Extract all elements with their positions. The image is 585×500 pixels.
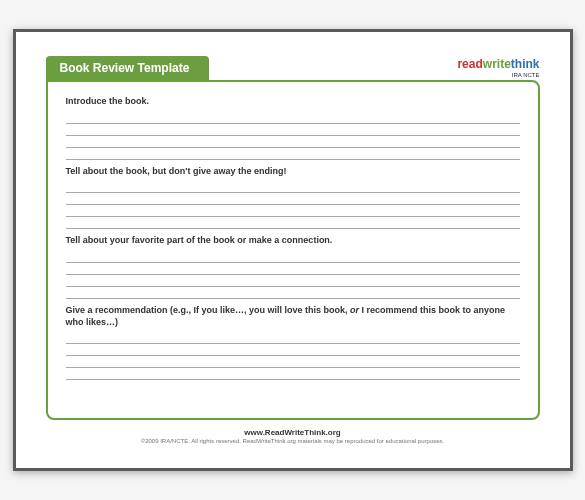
lines-favorite[interactable] [66, 251, 520, 299]
section-tell-about: Tell about the book, but don't give away… [66, 166, 520, 230]
page-title: Book Review Template [60, 61, 190, 75]
prompt-favorite: Tell about your favorite part of the boo… [66, 235, 520, 247]
lines-recommend[interactable] [66, 332, 520, 380]
footer-url: www.ReadWriteThink.org [46, 428, 540, 437]
content-box: Introduce the book. Tell about the book,… [46, 80, 540, 420]
page-title-tab: Book Review Template [46, 56, 210, 80]
logo-read: read [457, 57, 482, 71]
section-recommend: Give a recommendation (e.g., If you like… [66, 305, 520, 380]
section-favorite: Tell about your favorite part of the boo… [66, 235, 520, 299]
document-frame: Book Review Template readwritethink IRA … [13, 29, 573, 471]
footer: www.ReadWriteThink.org ©2009 IRA/NCTE. A… [46, 428, 540, 444]
brand-logo: readwritethink IRA NCTE [457, 58, 539, 78]
logo-subtext: IRA NCTE [457, 72, 539, 78]
header-row: Book Review Template readwritethink IRA … [46, 56, 540, 80]
prompt-recommend-pre: Give a recommendation (e.g., If you like… [66, 305, 351, 315]
prompt-recommend: Give a recommendation (e.g., If you like… [66, 305, 520, 328]
section-introduce: Introduce the book. [66, 96, 520, 160]
page: Book Review Template readwritethink IRA … [16, 32, 570, 468]
logo-write: write [483, 57, 511, 71]
lines-tell-about[interactable] [66, 181, 520, 229]
prompt-introduce: Introduce the book. [66, 96, 520, 108]
lines-introduce[interactable] [66, 112, 520, 160]
prompt-recommend-italic: or [350, 305, 359, 315]
footer-copyright: ©2009 IRA/NCTE. All rights reserved. Rea… [46, 438, 540, 444]
logo-think: think [511, 57, 540, 71]
prompt-tell-about: Tell about the book, but don't give away… [66, 166, 520, 178]
